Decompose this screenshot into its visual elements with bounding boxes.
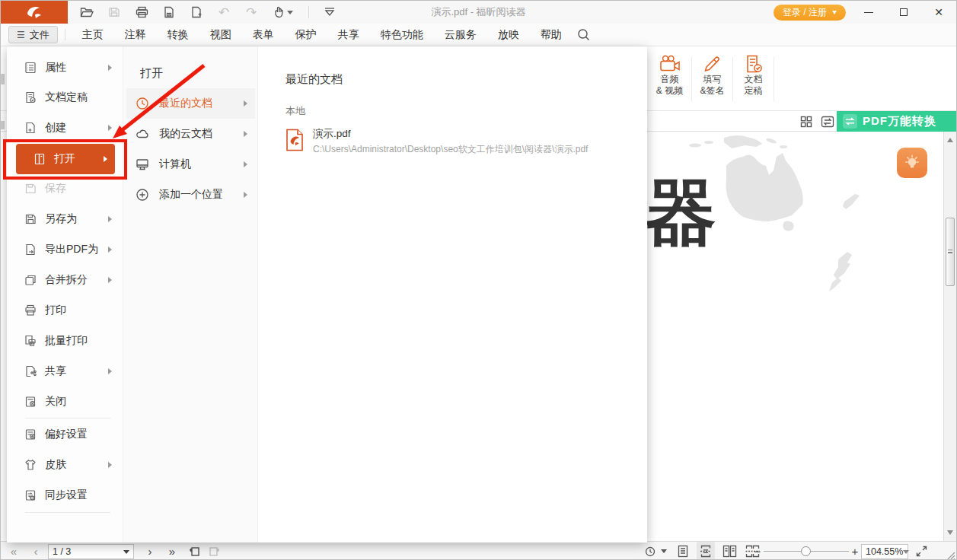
- single-page-view-button[interactable]: [674, 542, 692, 560]
- menu-item-close[interactable]: 关闭: [7, 387, 123, 417]
- menu-item-sync-settings[interactable]: 同步设置: [7, 480, 123, 511]
- submenu-arrow-icon: [244, 100, 247, 107]
- tab-file[interactable]: ☰ 文件: [8, 26, 58, 43]
- prev-page-button[interactable]: ‹: [30, 542, 42, 560]
- menu-item-doc-finalize[interactable]: 文档定稿: [7, 82, 123, 113]
- minimize-button[interactable]: [851, 1, 886, 24]
- tab-home[interactable]: 主页: [72, 24, 114, 46]
- tab-form[interactable]: 表单: [242, 24, 285, 46]
- menu-item-create[interactable]: 创建: [7, 113, 123, 143]
- audio-video-button[interactable]: 音频 & 视频: [649, 51, 690, 107]
- ribbon-fragment: [1, 74, 5, 84]
- first-page-button[interactable]: «: [5, 542, 22, 560]
- doc-export-icon: [24, 243, 37, 256]
- menu-item-batch-print[interactable]: 批量打印: [7, 326, 123, 356]
- submenu-item-recent-docs[interactable]: 最近的文档: [126, 88, 255, 119]
- maximize-button[interactable]: [886, 1, 921, 24]
- menu-item-skin[interactable]: 皮肤: [7, 450, 123, 480]
- tab-convert[interactable]: 转换: [157, 24, 199, 46]
- doc-export-icon[interactable]: [161, 4, 177, 21]
- print-icon: [24, 304, 37, 317]
- submenu-item-label: 计算机: [159, 158, 191, 171]
- open-file-icon[interactable]: [78, 4, 95, 21]
- undo-icon[interactable]: ↶: [215, 4, 232, 21]
- tab-cloud[interactable]: 云服务: [434, 24, 487, 46]
- scroll-down-icon[interactable]: [947, 530, 953, 535]
- menu-item-label: 导出PDF为: [45, 243, 98, 256]
- facing-view-button[interactable]: [719, 542, 739, 560]
- foxit-logo[interactable]: [1, 1, 68, 24]
- resize-grip[interactable]: [945, 549, 955, 560]
- audio-video-label-1: 音频: [661, 74, 679, 85]
- next-view-button[interactable]: [206, 542, 222, 560]
- submenu-arrow-icon: [244, 161, 247, 167]
- menu-item-share[interactable]: 共享: [7, 356, 123, 387]
- fill-sign-button[interactable]: 填写 &签名: [692, 51, 732, 107]
- last-page-button[interactable]: »: [164, 542, 180, 560]
- next-page-button[interactable]: ›: [144, 542, 156, 560]
- assistant-bulb-button[interactable]: [897, 148, 927, 178]
- login-label: 登录 / 注册: [783, 6, 827, 19]
- ribbon-separator: [774, 57, 774, 101]
- preferences-icon: [24, 428, 37, 441]
- menu-item-print[interactable]: 打印: [7, 295, 123, 326]
- customize-toolbar-icon[interactable]: [321, 4, 338, 21]
- submenu-item-cloud-docs[interactable]: 我的云文档: [126, 119, 255, 149]
- tab-share[interactable]: 共享: [327, 24, 370, 46]
- hand-tool-icon[interactable]: [270, 4, 296, 21]
- menu-item-save-as[interactable]: 另存为: [7, 204, 123, 234]
- search-button[interactable]: [577, 28, 590, 41]
- menu-item-merge-split[interactable]: 合并拆分: [7, 265, 123, 295]
- menu-item-save[interactable]: 保存: [7, 173, 123, 204]
- submenu-item-add-place[interactable]: 添加一个位置: [126, 180, 255, 210]
- pdf-convert-button[interactable]: PDF万能转换: [837, 111, 956, 132]
- submenu-arrow-icon: [108, 125, 112, 131]
- zoom-in-button[interactable]: +: [849, 542, 861, 560]
- clock-icon: [136, 97, 149, 110]
- menu-item-label: 打开: [54, 152, 75, 166]
- close-button[interactable]: ✕: [921, 1, 956, 24]
- zoom-slider-knob[interactable]: [801, 546, 811, 556]
- menu-item-open[interactable]: 打开: [16, 144, 115, 174]
- zoom-out-button[interactable]: −: [751, 542, 764, 560]
- recent-file-item[interactable]: 演示.pdf C:\Users\Administrator\Desktop\se…: [286, 127, 620, 161]
- tab-features[interactable]: 特色功能: [370, 24, 434, 46]
- login-button[interactable]: 登录 / 注册: [774, 5, 846, 21]
- print-icon[interactable]: [133, 4, 150, 21]
- menu-item-preferences[interactable]: 偏好设置: [7, 419, 123, 450]
- page-number-input[interactable]: 1 / 3: [48, 544, 134, 559]
- prev-view-button[interactable]: [187, 542, 202, 560]
- save-icon[interactable]: [106, 4, 123, 21]
- menu-item-properties[interactable]: 属性: [7, 52, 123, 83]
- vertical-scrollbar[interactable]: [943, 132, 956, 541]
- tab-file-label: 文件: [30, 28, 49, 42]
- tab-protect[interactable]: 保护: [285, 24, 327, 46]
- file-menu-column: 属性 文档定稿 创建 打开 保存 另: [7, 46, 123, 542]
- submenu-item-computer[interactable]: 计算机: [126, 149, 255, 180]
- window-controls: ✕: [851, 1, 956, 24]
- submenu-arrow-icon: [104, 156, 107, 162]
- fullscreen-button[interactable]: [913, 542, 930, 560]
- swap-view-button[interactable]: [820, 114, 835, 129]
- rotate-view-button[interactable]: [643, 542, 658, 560]
- tab-comment[interactable]: 注释: [114, 24, 157, 46]
- tab-help[interactable]: 帮助: [530, 24, 573, 46]
- tab-present[interactable]: 放映: [487, 24, 530, 46]
- doc-check-icon: [24, 91, 37, 104]
- zoom-level-select[interactable]: 104.55%: [861, 544, 908, 559]
- tab-view[interactable]: 视图: [199, 24, 242, 46]
- menu-item-export-pdf[interactable]: 导出PDF为: [7, 234, 123, 265]
- scroll-up-icon[interactable]: [947, 138, 953, 142]
- recent-docs-panel: 最近的文档 本地 演示.pdf C:\Users\Administrator\D…: [257, 46, 647, 542]
- continuous-view-button[interactable]: [697, 542, 715, 560]
- rotate-view-caret[interactable]: [659, 542, 669, 560]
- menu-divider: [25, 512, 110, 513]
- zoom-level-value: 104.55%: [866, 546, 903, 557]
- audio-video-label-2: & 视频: [656, 85, 683, 97]
- redo-icon[interactable]: ↷: [243, 4, 260, 21]
- scrollbar-thumb[interactable]: [946, 218, 955, 286]
- cloud-icon: [136, 127, 149, 141]
- new-doc-icon[interactable]: [188, 4, 205, 21]
- thumbnail-view-button[interactable]: [799, 114, 814, 129]
- doc-finalize-button[interactable]: 文档 定稿: [733, 51, 774, 107]
